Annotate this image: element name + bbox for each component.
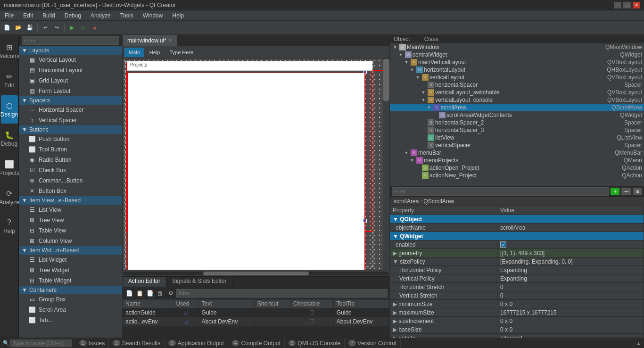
sidebar-item-design[interactable]: ⬡ Design: [1, 95, 18, 124]
toolbar-save[interactable]: 💾: [25, 23, 35, 33]
action-filter-input[interactable]: [176, 289, 388, 298]
menu-file[interactable]: File: [0, 11, 18, 20]
tree-centralwidget[interactable]: ▼ W centralWidget QWidget: [390, 51, 644, 58]
palette-section-spacers[interactable]: ▼ Spacers: [19, 96, 122, 105]
prop-row-vpolicy[interactable]: Vertical Policy Expanding: [390, 274, 644, 283]
palette-filter-input[interactable]: [22, 36, 119, 45]
design-tab-help[interactable]: Help: [145, 48, 165, 57]
file-tab-close-icon[interactable]: ✕: [168, 38, 172, 43]
palette-item-horizontal-spacer[interactable]: ↔ Horizontal Spacer: [19, 105, 122, 115]
status-tab-app-output[interactable]: 3 Application Output: [165, 338, 228, 348]
prop-row-vstretch[interactable]: Vertical Stretch 0: [390, 291, 644, 300]
design-tab-type-here[interactable]: Type Here: [165, 48, 198, 57]
property-filter-input[interactable]: [392, 187, 609, 196]
tree-horizontallayout[interactable]: ▼ H horizontalLayout QHBoxLayout: [390, 66, 644, 74]
tree-scrollareawidgetcontents[interactable]: W scrollAreaWidgetContents QWidget: [390, 111, 644, 119]
canvas-vscroll-thumb[interactable]: [383, 59, 389, 101]
action-delete-btn[interactable]: 🗑: [156, 289, 165, 298]
palette-item-column-view[interactable]: ⊠ Column View: [19, 236, 122, 246]
palette-section-layouts[interactable]: ▼ Layouts: [19, 46, 122, 55]
palette-item-tab[interactable]: ⬜ Tab...: [19, 315, 122, 325]
palette-section-containers[interactable]: ▼ Containers: [19, 286, 122, 294]
design-tab-main[interactable]: Main: [124, 48, 144, 57]
palette-item-horizontal-layout[interactable]: ▤ Horizontal Layout: [19, 65, 122, 75]
tree-listview[interactable]: L listView QListView: [390, 134, 644, 141]
minimize-button[interactable]: ─: [614, 2, 621, 8]
prop-row-basesize[interactable]: ▶ baseSize 0 x 0: [390, 325, 644, 334]
prop-filter-remove[interactable]: ─: [621, 188, 631, 195]
palette-section-item-widget[interactable]: ▼ Item Wid...m-Based: [19, 246, 122, 255]
canvas-hscroll-thumb[interactable]: [203, 272, 309, 275]
canvas-hscroll[interactable]: [123, 270, 389, 276]
tree-horizontalspacer2[interactable]: S horizontalSpacer_2 Spacer: [390, 119, 644, 126]
action-row-2[interactable]: actio...evEnv ☑ About DevEnv ☐ About Dev…: [123, 317, 389, 326]
prop-row-geometry[interactable]: ▶ geometry [(1, 1), 489 x 383]: [390, 249, 644, 257]
palette-item-check-box[interactable]: ☑ Check Box: [19, 165, 122, 175]
toolbar-undo[interactable]: ↩: [40, 23, 50, 33]
menu-tools[interactable]: Tools: [116, 11, 138, 20]
tree-mainverticallayout[interactable]: ▼ V mainVerticalLayout QVBoxLayout: [390, 58, 644, 66]
status-tab-vc[interactable]: 7 Version Control: [345, 338, 401, 348]
action-add-btn[interactable]: 📄: [124, 289, 134, 298]
palette-item-radio-button[interactable]: ◉ Radio Button: [19, 155, 122, 165]
bottom-tab-signals-slots[interactable]: Signals & Slots Editor: [166, 277, 232, 287]
action-row-1[interactable]: actionGuide ☑ Guide ☐ Guide: [123, 308, 389, 317]
palette-item-tree-widget[interactable]: ⊞ Tree Widget: [19, 265, 122, 275]
menu-window[interactable]: Window: [138, 11, 168, 20]
sidebar-item-analyze[interactable]: ⟳ Analyze: [1, 183, 18, 211]
tree-menubar[interactable]: ▼ M menuBar QMenuBar: [390, 149, 644, 157]
menu-help[interactable]: Help: [168, 11, 189, 20]
prop-row-minsize[interactable]: ▶ minimumSize 0 x 0: [390, 300, 644, 308]
file-tab-mainwindow[interactable]: mainwindow.ui* ✕: [123, 35, 177, 46]
sidebar-item-debug[interactable]: 🐛 Debug: [1, 124, 18, 153]
toolbar-open[interactable]: 📂: [13, 23, 24, 33]
status-tab-issues[interactable]: 1 Issues: [75, 338, 109, 348]
menu-edit[interactable]: Edit: [18, 11, 38, 20]
palette-item-vertical-spacer[interactable]: ↕ Vertical Spacer: [19, 115, 122, 125]
palette-item-table-widget[interactable]: ⊟ Table Widget: [19, 275, 122, 286]
prop-row-palette[interactable]: ▶ palette Inherited: [390, 334, 644, 338]
sidebar-item-projects[interactable]: ⬜ Projects: [1, 154, 18, 182]
palette-section-buttons[interactable]: ▼ Buttons: [19, 125, 122, 134]
palette-item-tree-view[interactable]: ⊞ Tree View: [19, 215, 122, 225]
palette-item-form-layout[interactable]: ▥ Form Layout: [19, 86, 122, 96]
canvas-vscroll[interactable]: [383, 58, 389, 270]
palette-item-vertical-layout[interactable]: ▦ Vertical Layout: [19, 55, 122, 65]
enabled-checkbox[interactable]: ✓: [500, 241, 506, 248]
palette-item-push-button[interactable]: ⬜ Push Button: [19, 134, 122, 144]
sidebar-item-welcome[interactable]: ⊞ Welcome: [1, 37, 18, 65]
action-settings-btn[interactable]: ⚙: [166, 289, 175, 298]
canvas-hscroll-bar[interactable]: [124, 272, 388, 275]
palette-item-list-view[interactable]: ☰ List View: [19, 205, 122, 215]
palette-item-tool-button[interactable]: ⬜ Tool Button: [19, 144, 122, 155]
tree-verticallayout-console[interactable]: ▼ V verticalLayout_console QVBoxLayout: [390, 96, 644, 104]
palette-item-group-box[interactable]: ▭ Group Box: [19, 294, 122, 305]
tree-verticalspacer[interactable]: S verticalSpacer Spacer: [390, 141, 644, 149]
prop-row-sizeincrement[interactable]: ▶ sizeIncrement 0 x 0: [390, 317, 644, 325]
prop-row-maxsize[interactable]: ▶ maximumSize 16777215 x 16777215: [390, 308, 644, 317]
palette-item-table-view[interactable]: ⊟ Table View: [19, 225, 122, 236]
prop-row-sizepolicy[interactable]: ▼ sizePolicy [Expanding, Expanding, 0, 0…: [390, 257, 644, 266]
toolbar-debug[interactable]: ▷: [78, 23, 89, 33]
toolbar-stop[interactable]: ■: [90, 23, 100, 33]
canvas-area[interactable]: ⇅ Projects: [123, 58, 383, 270]
prop-row-hpolicy[interactable]: Horizontal Policy Expanding: [390, 266, 644, 274]
locate-input[interactable]: [10, 340, 72, 347]
tree-verticallayout[interactable]: ▼ V verticalLayout QVBoxLayout: [390, 74, 644, 81]
action-paste-btn[interactable]: 📑: [145, 289, 155, 298]
tree-scrollarea[interactable]: ▼ S scrollArea QScrollArea: [390, 104, 644, 111]
sidebar-item-edit[interactable]: ✏ Edit: [1, 66, 18, 94]
status-tab-compile[interactable]: 4 Compile Output: [228, 338, 285, 348]
palette-item-grid-layout[interactable]: ▣ Grid Layout: [19, 75, 122, 86]
palette-item-list-widget[interactable]: ☰ List Widget: [19, 255, 122, 265]
palette-item-command-button[interactable]: ⊕ Comman...Button: [19, 175, 122, 186]
maximize-button[interactable]: □: [623, 2, 631, 8]
tree-horizontalspacer[interactable]: S horizontalSpacer Spacer: [390, 81, 644, 89]
tree-menuprojects[interactable]: ▼ M menuProjects QMenu: [390, 157, 644, 164]
bottom-tab-action-editor[interactable]: Action Editor: [123, 277, 166, 287]
close-button[interactable]: ✕: [633, 2, 640, 8]
palette-section-item-view[interactable]: ▼ Item View...el-Based: [19, 196, 122, 205]
prop-filter-add[interactable]: +: [611, 188, 619, 195]
tree-mainwindow[interactable]: ▼ W MainWindow QMainWindow: [390, 43, 644, 51]
prop-row-hstretch[interactable]: Horizontal Stretch 0: [390, 283, 644, 291]
